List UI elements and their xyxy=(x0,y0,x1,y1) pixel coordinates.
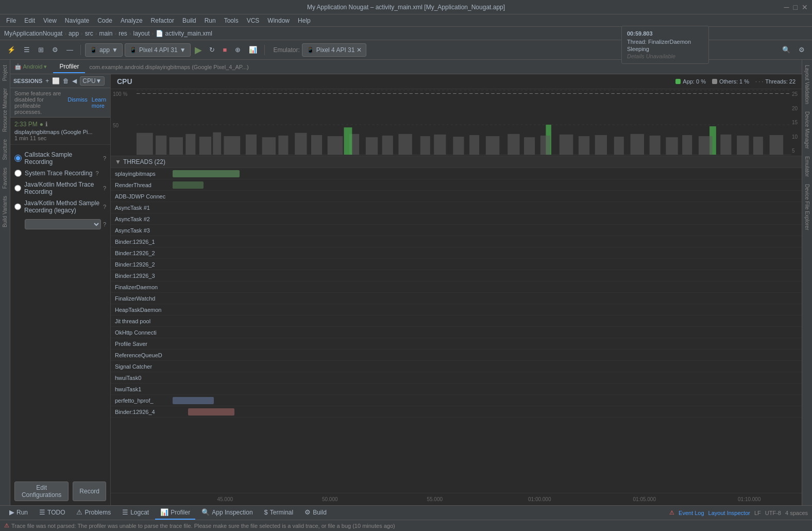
profiler-tab[interactable]: Profiler xyxy=(53,61,85,73)
menu-code[interactable]: Code xyxy=(93,14,116,26)
recording-option-system[interactable]: System Trace Recording ? xyxy=(14,168,106,179)
breadcrumb-layout[interactable]: layout xyxy=(133,30,149,37)
sessions-panel: SESSIONS + ⬜ 🗑 ◀ CPU▼ Some features are … xyxy=(10,74,111,505)
edit-configurations-button[interactable]: Edit Configurations xyxy=(14,482,69,501)
svg-rect-38 xyxy=(666,137,678,155)
bottom-tab-problems[interactable]: ⚠ Problems xyxy=(71,506,116,520)
svg-rect-3 xyxy=(137,133,153,155)
maximize-btn[interactable]: □ xyxy=(793,3,798,11)
thread-row-heaptask: HeapTaskDaemon xyxy=(111,304,802,316)
breadcrumb-main[interactable]: main xyxy=(99,30,112,37)
menu-vcs[interactable]: VCS xyxy=(243,14,264,26)
add-session-btn[interactable]: + xyxy=(45,77,49,85)
thread-row-binder3: Binder:12926_3 xyxy=(111,270,802,281)
menu-tools[interactable]: Tools xyxy=(220,14,243,26)
breadcrumb-res[interactable]: res xyxy=(119,30,127,37)
threads-area[interactable]: ▼ THREADS (22) splayingbitmaps RenderThr… xyxy=(111,156,802,493)
bottom-tab-profiler[interactable]: 📊 Profiler xyxy=(155,506,195,520)
run-button[interactable]: ▶ xyxy=(193,44,204,56)
menu-navigate[interactable]: Navigate xyxy=(61,14,93,26)
dismiss-link[interactable]: Dismiss xyxy=(67,96,88,109)
recording-options: Callstack Sample Recording ? System Trac… xyxy=(10,145,110,477)
refresh-btn[interactable]: ↻ xyxy=(206,45,218,55)
legacy-help-icon[interactable]: ? xyxy=(103,204,106,210)
emulator-panel-btn[interactable]: Emulator xyxy=(803,153,811,180)
emulator-tab[interactable]: 📱Pixel 4 API 31✕ xyxy=(302,43,367,57)
device-file-explorer-btn[interactable]: Device File Explorer xyxy=(803,181,811,233)
session-time: 2:33 PM xyxy=(14,121,38,128)
svg-rect-41 xyxy=(720,135,731,155)
nav-back-btn[interactable]: ◀ xyxy=(72,77,77,85)
device-manager-btn[interactable]: Device Manager xyxy=(803,108,811,152)
layout-inspector-label[interactable]: Layout Inspector xyxy=(708,510,750,516)
menu-view[interactable]: View xyxy=(39,14,61,26)
right-label-5: 5 xyxy=(792,148,798,154)
recording-select[interactable] xyxy=(25,219,101,229)
menu-edit[interactable]: Edit xyxy=(20,14,39,26)
bottom-tab-build[interactable]: ⚙ Build xyxy=(299,506,332,520)
bottom-tab-appinspection[interactable]: 🔍 App Inspection xyxy=(196,506,258,520)
callstack-help-icon[interactable]: ? xyxy=(103,155,106,161)
toolbar-search-btn[interactable]: 🔍 xyxy=(779,45,793,55)
menu-analyze[interactable]: Analyze xyxy=(116,14,147,26)
bottom-tab-terminal[interactable]: $ Terminal xyxy=(259,506,299,520)
right-label-25: 25 xyxy=(792,91,798,97)
toolbar-dash-btn[interactable]: — xyxy=(63,45,76,55)
structure-btn[interactable]: Structure xyxy=(1,136,9,163)
breadcrumb-project[interactable]: MyApplicationNougat xyxy=(4,30,62,37)
breadcrumb-app[interactable]: app xyxy=(69,30,79,37)
cpu-selector[interactable]: CPU▼ xyxy=(80,76,104,86)
menu-help[interactable]: Help xyxy=(294,14,315,26)
session-duration: 1 min 11 sec xyxy=(14,135,106,141)
y-label-100: 100 % xyxy=(113,91,134,97)
java-help-icon[interactable]: ? xyxy=(103,185,106,191)
stop-btn[interactable]: ■ xyxy=(220,45,230,55)
toolbar-list-btn[interactable]: ☰ xyxy=(21,45,33,55)
system-help-icon[interactable]: ? xyxy=(95,170,98,176)
device-dropdown[interactable]: 📱Pixel 4 API 31▼ xyxy=(125,43,191,57)
menu-refactor[interactable]: Refactor xyxy=(147,14,178,26)
delete-session-btn[interactable]: 🗑 xyxy=(63,77,69,85)
main-content: Project Resource Manager Structure Favor… xyxy=(0,60,812,505)
build-variants-btn[interactable]: Build Variants xyxy=(1,193,9,230)
profile-btn[interactable]: 📊 xyxy=(246,45,260,55)
event-log-label[interactable]: Event Log xyxy=(679,510,704,516)
project-panel-btn[interactable]: Project xyxy=(1,62,9,84)
app-dropdown[interactable]: 📱app▼ xyxy=(85,43,123,57)
timeline-label-55: 55.000 xyxy=(382,496,487,502)
timeline-ruler: 45.000 50.000 55.000 01:00.000 01:05.000… xyxy=(111,493,802,505)
favorites-btn[interactable]: Favorites xyxy=(1,164,9,192)
recording-option-callstack[interactable]: Callstack Sample Recording ? xyxy=(14,149,106,168)
recording-option-legacy[interactable]: Java/Kotlin Method Sample Recording (leg… xyxy=(14,197,106,216)
menu-window[interactable]: Window xyxy=(263,14,294,26)
menu-file[interactable]: File xyxy=(2,14,20,26)
toolbar-back-btn[interactable]: ⚡ xyxy=(4,45,19,55)
breadcrumb-src[interactable]: src xyxy=(85,30,93,37)
select-help-icon[interactable]: ? xyxy=(103,221,106,227)
bottom-tab-logcat[interactable]: ☰ Logcat xyxy=(117,506,154,520)
menu-run[interactable]: Run xyxy=(200,14,220,26)
resource-manager-btn[interactable]: Resource Manager xyxy=(1,85,9,135)
toolbar-gear-btn[interactable]: ⚙ xyxy=(49,45,61,55)
close-btn[interactable]: ✕ xyxy=(802,3,808,11)
learn-more-link[interactable]: Learn more xyxy=(92,96,106,109)
breadcrumb-file[interactable]: 📄 activity_main.xml xyxy=(156,30,212,37)
threads-header[interactable]: ▼ THREADS (22) xyxy=(111,156,802,168)
recording-option-java[interactable]: Java/Kotlin Method Trace Recording ? xyxy=(14,179,106,197)
session-item[interactable]: 2:33 PM ● ℹ displayingbitmaps (Google Pi… xyxy=(10,118,110,145)
minimize-btn[interactable]: ─ xyxy=(784,3,789,11)
bottom-tab-todo[interactable]: ☰ TODO xyxy=(34,506,70,520)
chart-area: CPU App: 0 % Others: 1 % · · · Threads xyxy=(111,74,802,505)
svg-rect-8 xyxy=(213,132,221,155)
toolbar-settings-btn[interactable]: ⊞ xyxy=(35,45,47,55)
svg-rect-21 xyxy=(434,135,446,155)
stop-session-btn[interactable]: ⬜ xyxy=(52,77,60,85)
svg-rect-4 xyxy=(156,136,166,155)
chart-legend: App: 0 % Others: 1 % · · · Threads: 22 xyxy=(675,78,796,85)
bottom-tab-run[interactable]: ▶ Run xyxy=(4,506,33,520)
menu-build[interactable]: Build xyxy=(178,14,200,26)
toolbar-settings2-btn[interactable]: ⚙ xyxy=(796,45,808,55)
layout-validation-btn[interactable]: Layout Validation xyxy=(803,62,811,107)
record-button[interactable]: Record xyxy=(73,482,106,501)
coverage-btn[interactable]: ⊕ xyxy=(232,45,244,55)
